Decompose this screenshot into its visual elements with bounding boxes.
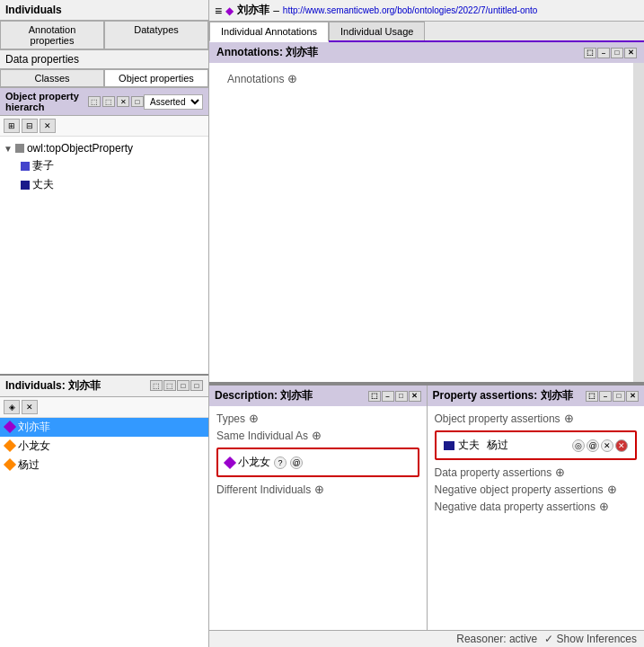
types-add-btn[interactable]: ⊕ [249, 412, 259, 425]
class-obj-tabs: Classes Object properties [0, 69, 208, 88]
desc-icon-3[interactable]: □ [395, 391, 408, 402]
husband-icon [21, 181, 30, 190]
annotations-header-icons: ⬚ – □ ✕ [584, 48, 637, 58]
description-panel: Description: 刘亦菲 ⬚ – □ ✕ Types ⊕ [209, 386, 428, 630]
neg-data-prop-label: Negative data property assertions [435, 501, 595, 513]
obj-prop-btn-3[interactable]: ✕ [601, 439, 613, 452]
obj-prop-item[interactable]: 丈夫 杨过 ◎ @ ✕ ✕ [440, 436, 632, 455]
same-individual-icon [224, 456, 236, 468]
ind-label-xiaolongnv: 小龙女 [18, 439, 50, 454]
individuals-header: Individuals [0, 0, 208, 21]
ind-item-xiaolongnv[interactable]: 小龙女 [0, 437, 208, 456]
collapse-all-icon[interactable]: ⊟ [22, 119, 38, 133]
ind-icon-yangguo [4, 458, 16, 471]
desc-icon-4[interactable]: ✕ [409, 391, 421, 402]
neg-data-prop-add-btn[interactable]: ⊕ [599, 500, 609, 513]
annotations-label: Annotations [227, 73, 284, 85]
prop-icon-3[interactable]: □ [613, 391, 625, 402]
ind-icon-2[interactable]: ⬚ [163, 380, 176, 391]
tree-item-top[interactable]: ▼ owl:topObjectProperty [4, 140, 205, 156]
left-panel: Individuals Annotation properties Dataty… [0, 0, 209, 647]
obj-prop-btn-4[interactable]: ✕ [615, 439, 628, 452]
annotations-add-btn[interactable]: ⊕ [287, 72, 297, 85]
obj-prop-btn-1[interactable]: ◎ [572, 439, 585, 452]
tree-arrow: ▼ [4, 144, 13, 154]
hierarchy-icon-4[interactable]: □ [131, 96, 144, 107]
header-separator: – [273, 4, 279, 17]
prop-icon-2[interactable]: – [599, 391, 612, 402]
neg-obj-prop-label: Negative object property assertions [435, 483, 604, 496]
desc-icon-1[interactable]: ⬚ [368, 391, 381, 402]
ind-icon-4[interactable]: □ [190, 380, 203, 391]
hierarchy-icon-1[interactable]: ⬚ [88, 96, 101, 107]
tree-label-husband: 丈夫 [32, 177, 54, 192]
different-individuals-add-btn[interactable]: ⊕ [314, 483, 324, 496]
obj-prop-btn-2[interactable]: @ [587, 439, 599, 452]
right-top-header: ≡ ◆ 刘亦菲 – http://www.semanticweb.org/bob… [209, 0, 644, 22]
right-tabs: Individual Annotations Individual Usage [209, 22, 644, 42]
annotations-inner: Annotations ⊕ [209, 63, 633, 382]
neg-obj-prop-add-btn[interactable]: ⊕ [607, 483, 617, 496]
show-inferences[interactable]: ✓ Show Inferences [544, 633, 637, 645]
annotation-properties-tab[interactable]: Annotation properties [0, 21, 104, 49]
top-row: Individuals Annotation properties Dataty… [0, 0, 644, 647]
same-individual-item[interactable]: 小龙女 ? @ [222, 453, 414, 472]
ann-icon-4[interactable]: ✕ [624, 48, 637, 58]
same-individual-value: 小龙女 [238, 455, 270, 470]
tree-item-wife[interactable]: 妻子 [18, 156, 205, 175]
hierarchy-icon-3[interactable]: ✕ [117, 96, 129, 107]
prop-icon-1[interactable]: ⬚ [586, 391, 598, 402]
ind-item-liuyifei[interactable]: 刘亦菲 [0, 418, 208, 437]
individuals-bottom-title: Individuals: 刘亦菲 [5, 378, 101, 394]
types-section: Types ⊕ [213, 410, 423, 427]
annotations-scrollbar[interactable] [633, 63, 644, 382]
types-label: Types [216, 412, 245, 425]
same-ind-btn-1[interactable]: ? [274, 456, 287, 469]
expand-all-icon[interactable]: ⊞ [4, 119, 20, 133]
obj-prop-add-btn[interactable]: ⊕ [564, 412, 574, 425]
desc-icon-2[interactable]: – [382, 391, 394, 402]
prop-title: Property assertions: 刘亦菲 [433, 388, 573, 403]
individuals-bottom-header: Individuals: 刘亦菲 ⬚ ⬚ □ □ [0, 376, 208, 397]
ann-icon-1[interactable]: ⬚ [584, 48, 596, 58]
ind-item-yangguo[interactable]: 杨过 [0, 456, 208, 474]
tab-individual-usage[interactable]: Individual Usage [329, 22, 425, 40]
prop-content: Object property assertions ⊕ 丈夫 杨过 ◎ [428, 406, 645, 630]
diamond-icon: ◆ [225, 4, 234, 17]
ind-label-yangguo: 杨过 [18, 457, 40, 473]
data-properties-label: Data properties [5, 53, 79, 66]
data-prop-add-btn[interactable]: ⊕ [555, 465, 565, 479]
ind-tool-1[interactable]: ◈ [4, 400, 20, 414]
hierarchy-icon-2[interactable]: ⬚ [102, 96, 115, 107]
tree-item-husband[interactable]: 丈夫 [18, 175, 205, 194]
ann-icon-3[interactable]: □ [611, 48, 623, 58]
neg-data-prop-section: Negative data property assertions ⊕ [431, 498, 641, 515]
tree-label-wife: 妻子 [32, 158, 54, 173]
tab-individual-annotations[interactable]: Individual Annotations [209, 22, 329, 42]
obj-prop-label: Object property assertions [435, 412, 560, 425]
main-container: Individuals Annotation properties Dataty… [0, 0, 644, 647]
ind-header-icons: ⬚ ⬚ □ □ [150, 380, 203, 391]
same-ind-btn-2[interactable]: @ [290, 456, 303, 469]
ind-icon-1[interactable]: ⬚ [150, 380, 163, 391]
datatypes-tab[interactable]: Datatypes [104, 21, 208, 49]
prop-icon-4[interactable]: ✕ [626, 391, 639, 402]
desc-title: Description: 刘亦菲 [215, 388, 313, 403]
same-individual-box: 小龙女 ? @ [216, 448, 419, 477]
ind-tool-2[interactable]: ✕ [22, 400, 38, 414]
same-individual-add-btn[interactable]: ⊕ [312, 429, 322, 442]
annotations-row: Annotations ⊕ [218, 68, 624, 89]
header-url: http://www.semanticweb.org/bob/ontologie… [283, 5, 538, 15]
annotation-datatypes-tabs: Annotation properties Datatypes [0, 21, 208, 50]
different-individuals-label: Different Individuals [216, 483, 311, 496]
object-properties-tab[interactable]: Object properties [104, 69, 208, 87]
asserted-dropdown[interactable]: Asserted [144, 94, 203, 110]
ind-icon-xiaolongnv [4, 439, 16, 452]
desc-header: Description: 刘亦菲 ⬚ – □ ✕ [209, 386, 427, 406]
ind-icon-3[interactable]: □ [177, 380, 190, 391]
obj-prop-box: 丈夫 杨过 ◎ @ ✕ ✕ [435, 430, 638, 460]
annotations-content: Annotations ⊕ [209, 63, 644, 382]
filter-icon[interactable]: ✕ [40, 119, 56, 133]
classes-tab[interactable]: Classes [0, 69, 104, 87]
ann-icon-2[interactable]: – [597, 48, 610, 58]
